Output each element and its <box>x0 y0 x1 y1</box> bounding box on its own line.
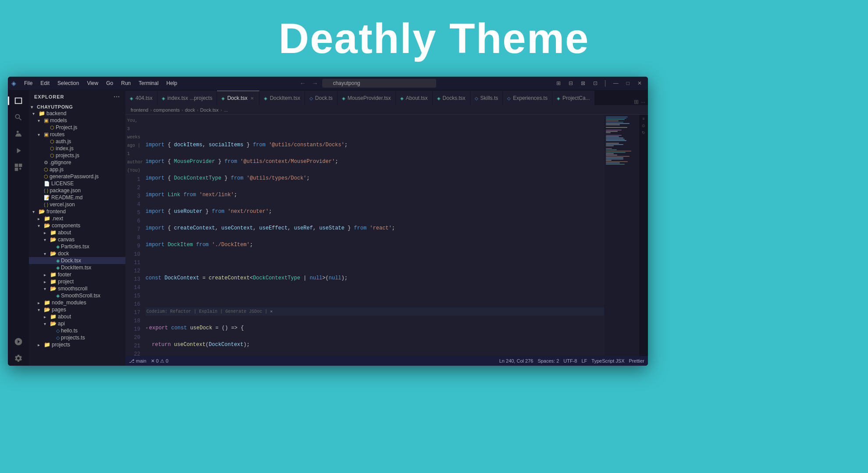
banner-title: Deathly Theme <box>279 14 590 63</box>
tab-dockitem[interactable]: ◈ DockItem.tsx <box>260 91 305 105</box>
activity-settings[interactable] <box>11 351 26 366</box>
sidebar-item-routes[interactable]: ▾▣routes <box>29 131 125 138</box>
sidebar-item-readme[interactable]: 📝README.md <box>29 194 125 201</box>
menu-run[interactable]: Run <box>117 79 134 87</box>
maximize-button[interactable]: □ <box>624 79 632 87</box>
sidebar-item-smoothscroll-tsx[interactable]: ◈SmoothScroll.tsx <box>29 292 125 299</box>
explorer-menu-button[interactable]: ··· <box>114 93 120 100</box>
tab-docks[interactable]: ◈ Docks.tsx <box>433 91 470 105</box>
close-button[interactable]: ✕ <box>635 79 644 87</box>
minimize-button[interactable]: — <box>611 79 621 87</box>
sidebar-item-dockitem-tsx[interactable]: ◈DockItem.tsx <box>29 264 125 271</box>
sidebar-item-vercel-json[interactable]: { }vercel.json <box>29 201 125 208</box>
status-prettier[interactable]: Prettier <box>629 358 644 364</box>
sidebar-item-components[interactable]: ▾📂components <box>29 222 125 229</box>
sidebar-item-app-js[interactable]: ⬡app.js <box>29 166 125 173</box>
activity-source-control[interactable] <box>11 127 26 141</box>
activity-extensions[interactable] <box>11 160 26 175</box>
tab-icon-index: ◈ <box>162 96 165 101</box>
layout3-icon[interactable]: ⊠ <box>578 79 588 87</box>
tab-mouseprovider[interactable]: ◈ MouseProvider.tsx <box>338 91 396 105</box>
activity-bar <box>8 90 29 366</box>
tab-skills[interactable]: ◇ Skills.ts <box>470 91 503 105</box>
split-editor-button[interactable]: ⊞ <box>634 99 639 105</box>
sidebar-item-particles[interactable]: ◈Particles.tsx <box>29 243 125 250</box>
codeium-close-1[interactable]: ✕ <box>270 309 273 314</box>
activity-accounts[interactable] <box>11 334 26 349</box>
menu-file[interactable]: File <box>21 79 36 87</box>
tab-404[interactable]: ◈ 404.tsx <box>125 91 157 105</box>
sidebar-item-api[interactable]: ▾📂api <box>29 320 125 327</box>
status-selection[interactable]: Ln 240, Col 276 <box>499 358 534 364</box>
sidebar-item-backend[interactable]: ▾📁backend <box>29 110 125 117</box>
status-errors[interactable]: ✕ 0 ⚠ 0 <box>151 358 168 364</box>
tab-index[interactable]: ◈ index.tsx ...projects <box>157 91 217 105</box>
status-language[interactable]: TypeScript JSX <box>591 358 624 364</box>
more-actions-button[interactable]: ··· <box>640 99 645 105</box>
breadcrumb-dock[interactable]: dock <box>185 107 195 113</box>
search-input[interactable] <box>322 79 436 88</box>
sidebar-item-canvas[interactable]: ▾📂canvas <box>29 236 125 243</box>
banner: Deathly Theme <box>0 0 868 77</box>
nav-back-button[interactable]: ← <box>298 79 307 88</box>
tab-dock[interactable]: ◈ Dock.tsx ✕ <box>217 91 260 105</box>
sidebar-item-about[interactable]: ▸📁about <box>29 229 125 236</box>
status-git-branch[interactable]: ⎇ main <box>129 358 146 364</box>
tab-projectca[interactable]: ◈ ProjectCa... <box>552 91 595 105</box>
sidebar-item-projects-folder[interactable]: ▸📁projects <box>29 341 125 348</box>
outline-icon[interactable]: ≡ <box>642 116 644 121</box>
layout4-icon[interactable]: ⊡ <box>591 79 600 87</box>
status-encoding[interactable]: UTF-8 <box>563 358 577 364</box>
sidebar-item-project-js[interactable]: ⬡Project.js <box>29 124 125 131</box>
sidebar-item-hello-ts[interactable]: ◇hello.ts <box>29 327 125 334</box>
menu-selection[interactable]: Selection <box>54 79 82 87</box>
tab-label-experiences: Experiences.ts <box>513 95 548 101</box>
breadcrumb-ellipsis[interactable]: ... <box>224 107 228 113</box>
sidebar-item-package-json[interactable]: { }package.json <box>29 187 125 194</box>
nav-forward-button[interactable]: → <box>310 79 320 88</box>
tab-dock-ts[interactable]: ◇ Dock.ts <box>305 91 338 105</box>
layout2-icon[interactable]: ⊟ <box>566 79 576 87</box>
sidebar-item-dock[interactable]: ▾📂dock <box>29 250 125 257</box>
menu-help[interactable]: Help <box>163 79 181 87</box>
menu-go[interactable]: Go <box>103 79 117 87</box>
tab-close-dock[interactable]: ✕ <box>249 95 255 101</box>
layout-icon[interactable]: ⊞ <box>554 79 563 87</box>
sidebar-root-chayutpong[interactable]: ▾ CHAYUTPONG <box>29 104 125 110</box>
tab-label-docks: Docks.tsx <box>443 95 466 101</box>
tab-experiences[interactable]: ◇ Experiences.ts <box>503 91 552 105</box>
menu-view[interactable]: View <box>83 79 102 87</box>
breadcrumb-dock-tsx[interactable]: Dock.tsx <box>200 107 219 113</box>
menu-terminal[interactable]: Terminal <box>135 79 162 87</box>
sidebar-item-projects-js[interactable]: ⬡projects.js <box>29 152 125 159</box>
sidebar-item-projects-ts[interactable]: ◇projects.ts <box>29 334 125 341</box>
sidebar-item-generatepassword[interactable]: ⬡generatePassword.js <box>29 173 125 180</box>
sidebar-item-license[interactable]: 📄LICENSE <box>29 180 125 187</box>
sync-icon[interactable]: ↻ <box>642 131 645 135</box>
status-eol[interactable]: LF <box>581 358 587 364</box>
menu-edit[interactable]: Edit <box>37 79 53 87</box>
breadcrumb-frontend[interactable]: frontend <box>131 107 148 113</box>
sidebar-item-dock-tsx[interactable]: ◈Dock.tsx <box>29 257 125 264</box>
activity-run-debug[interactable] <box>11 143 26 158</box>
sidebar-item-next[interactable]: ▸📁.next <box>29 215 125 222</box>
sidebar-item-node-modules[interactable]: ▸📁node_modules <box>29 299 125 306</box>
sidebar-item-pages-about[interactable]: ▸📁about <box>29 313 125 320</box>
sidebar-item-frontend[interactable]: ▾📂frontend <box>29 208 125 215</box>
sidebar-item-project[interactable]: ▸📁project <box>29 278 125 285</box>
activity-search[interactable] <box>11 110 26 125</box>
timeline-icon[interactable]: ⊙ <box>642 124 645 128</box>
code-editor[interactable]: You, 3 weeks ago | 1 author (You) 12345 … <box>125 115 604 356</box>
sidebar-item-index-js[interactable]: ⬡index.js <box>29 145 125 152</box>
sidebar-item-gitignore[interactable]: ⚙.gitignore <box>29 159 125 166</box>
activity-explorer[interactable] <box>11 93 26 108</box>
sidebar-item-models[interactable]: ▾▣models <box>29 117 125 124</box>
sidebar-item-pages[interactable]: ▾📂pages <box>29 306 125 313</box>
tab-about[interactable]: ◈ About.tsx <box>396 91 433 105</box>
sidebar-item-auth-js[interactable]: ⬡auth.js <box>29 138 125 145</box>
status-spaces[interactable]: Spaces: 2 <box>537 358 559 364</box>
sidebar-item-footer[interactable]: ▸📁footer <box>29 271 125 278</box>
breadcrumb-components[interactable]: components <box>153 107 180 113</box>
sidebar-item-smoothscroll[interactable]: ▾📂smoothscroll <box>29 285 125 292</box>
tab-icon-dock-ts: ◇ <box>309 96 313 101</box>
